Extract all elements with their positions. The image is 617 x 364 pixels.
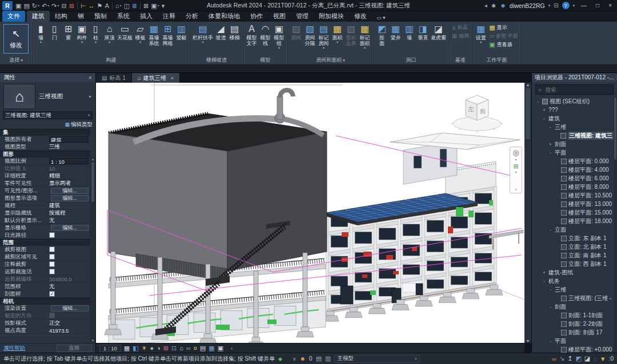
tree-item[interactable]: 楼层平面: 13.000 (532, 200, 614, 208)
close-inactive-views-icon[interactable]: ⊠ (68, 1, 75, 10)
curtain-system-button[interactable]: ▦幕墙系统 (147, 23, 161, 47)
3d-viewport[interactable]: 左 前 ◎ ▾ ⊞ ▾ ● (96, 83, 524, 343)
reveal-hidden-elements-icon[interactable]: ¤ (194, 345, 197, 352)
browser-scrollbar[interactable] (614, 96, 617, 353)
tab-systems[interactable]: 系统 (112, 11, 135, 22)
temporary-hide-isolate-icon[interactable]: ∞ (186, 345, 191, 352)
select-pinned-icon[interactable]: ↥ (567, 355, 572, 362)
aligned-dimension-icon[interactable]: ↔ (87, 1, 96, 10)
tree-item[interactable]: -平面 (532, 337, 614, 345)
tree-item[interactable]: 三维视图: (三维 - (532, 294, 614, 302)
tab-insert[interactable]: 插入 (135, 11, 158, 22)
select-panel-label[interactable]: 选择 ▾ (0, 56, 32, 64)
instance-selector[interactable]: 三维视图: 建筑三维∨ (3, 111, 93, 119)
modify-button[interactable]: ↖ 修改 (3, 24, 29, 54)
floor-button[interactable]: ▱楼板▾ (134, 23, 147, 45)
property-section-header[interactable]: 集 (0, 129, 90, 136)
railing-button[interactable]: ▤栏杆扶手▾ (192, 23, 214, 45)
rendering-dialog-icon[interactable]: ◑ (157, 345, 161, 352)
tab-manage[interactable]: 管理 (291, 11, 314, 22)
properties-help-link[interactable]: 属性帮助 (3, 345, 25, 352)
user-avatar-icon[interactable]: ☻ (500, 2, 506, 9)
ribbon-panel-label[interactable]: 模型 (243, 56, 287, 64)
tree-item[interactable]: 楼层平面: 10.500 (532, 191, 614, 200)
username[interactable]: diwenB22RG (510, 2, 545, 9)
tree-item[interactable]: -三维 (532, 123, 614, 131)
tree-item[interactable]: -建筑 (532, 114, 614, 123)
model-text-button[interactable]: A模型文字 (245, 23, 258, 47)
ceiling-button[interactable]: ▭天花板 (117, 23, 133, 41)
ramp-button[interactable]: ◢坡道 (214, 23, 227, 41)
tree-item[interactable]: 剖面: 1-1剖面 (532, 311, 614, 319)
tab-analyze[interactable]: 分析 (181, 11, 203, 22)
property-value[interactable]: 建筑 (49, 136, 89, 143)
properties-scrollbar[interactable]: ▲▼ (90, 157, 95, 342)
undo-icon[interactable]: ↶▾ (41, 1, 50, 10)
vcb-collapse-icon[interactable]: ‹ (231, 345, 233, 351)
restore-button[interactable]: □ (593, 2, 602, 9)
mullion-button[interactable]: ▥竖梃 (175, 23, 188, 41)
snap-override-icon[interactable]: ◌ (593, 355, 597, 362)
view-tab-close-icon[interactable]: × (171, 75, 174, 81)
view-scale[interactable]: 1 : 10 (99, 345, 121, 352)
select-underlay-icon[interactable]: ↘ (559, 355, 564, 362)
roof-button[interactable]: ⌂屋顶▾ (103, 23, 116, 45)
tag-area-button[interactable]: ▦标记面积▾ (358, 23, 371, 50)
tree-item[interactable]: 楼层平面: +0.000 (532, 345, 614, 353)
help-caret-icon[interactable]: ▾ (573, 3, 575, 8)
dormer-opening-button[interactable]: ◪老虎窗 (430, 23, 447, 41)
steering-wheel-icon[interactable]: ◎ (512, 149, 519, 157)
edit-button[interactable]: 编辑... (51, 305, 89, 312)
tab-file[interactable]: 文件 (2, 11, 25, 22)
workset-dialog-icon[interactable]: ▥ (325, 355, 331, 362)
project-browser-close-icon[interactable]: × (614, 75, 617, 81)
tree-item[interactable]: 楼层平面: 0.000 (532, 157, 614, 165)
tree-item[interactable]: 立面: 北 副本 1 (532, 242, 614, 251)
customize-qat-icon[interactable]: ▾ (161, 1, 166, 10)
viewcube-front-face[interactable]: 前 (479, 108, 486, 115)
shadows-icon[interactable]: ● (150, 345, 154, 352)
tree-item[interactable]: -立面 (532, 225, 614, 234)
navbar-options-icon[interactable]: ● (515, 188, 517, 191)
apply-button[interactable]: 应用 (57, 345, 92, 352)
tree-item[interactable]: -剖面 (532, 302, 614, 311)
ribbon-panel-label[interactable]: 洞口 (374, 56, 448, 64)
filter-icon[interactable]: ▼ (600, 355, 606, 362)
checkbox[interactable] (49, 269, 55, 274)
tree-item[interactable]: +建筑-图纸 (532, 268, 614, 277)
wall-opening-button[interactable]: ▥墙 (403, 23, 416, 41)
ribbon-panel-label[interactable]: 工作平面 (472, 56, 520, 64)
crop-region-icon[interactable]: ⊡ (171, 345, 177, 352)
tag-by-category-icon[interactable]: ⚑ (96, 1, 104, 10)
sync-with-central-icon[interactable]: ↻▾ (31, 1, 41, 10)
set-work-plane-button[interactable]: ▦设置▾ (474, 23, 487, 45)
ribbon-panel-label[interactable]: 房间和面积 ▾ (288, 56, 373, 64)
tree-item[interactable]: 剖面: 2-2剖面 (532, 319, 614, 328)
revit-logo[interactable]: R (2, 1, 13, 10)
tree-item[interactable]: 楼层平面: 4.000 (532, 165, 614, 174)
edit-button[interactable]: 编辑... (51, 225, 89, 231)
search-input[interactable] (544, 86, 611, 94)
room-separator-button[interactable]: ▧房间分隔 (303, 23, 316, 47)
tab-collaborate[interactable]: 协作 (245, 11, 268, 22)
text-icon[interactable]: A (103, 1, 110, 10)
stair-button[interactable]: ▤楼梯 (228, 23, 241, 41)
property-section-header[interactable]: 图形 (0, 151, 90, 157)
displacement-icon[interactable]: ▣ (218, 345, 223, 352)
component-button[interactable]: ▣构件▾ (75, 23, 89, 45)
checkbox[interactable]: ✓ (49, 291, 55, 297)
close-hidden-windows-icon[interactable]: ⊠ (142, 1, 150, 10)
tree-item[interactable]: 楼层平面: 6.000 (532, 174, 614, 183)
show-work-plane-button[interactable]: ▦显示 (489, 24, 518, 31)
status-dropdown-icon[interactable]: ∨ (293, 356, 297, 362)
default-3d-view-icon[interactable]: ⌂▾ (114, 1, 123, 10)
tab-steel[interactable]: 钢 (73, 11, 89, 22)
property-section-header[interactable]: 相机 (0, 298, 90, 305)
people-icon[interactable]: ☻ (491, 2, 497, 9)
tab-structure[interactable]: 结构 (50, 11, 73, 22)
tree-item[interactable]: 楼层平面: 18.000 (532, 217, 614, 225)
collapse-chevron-icon[interactable]: ◂ (484, 2, 487, 9)
window-button[interactable]: ⊞窗 (62, 23, 75, 41)
tree-item[interactable]: 三维视图: 建筑三 (532, 131, 614, 140)
zoom-caret-icon[interactable]: ▾ (515, 171, 516, 174)
